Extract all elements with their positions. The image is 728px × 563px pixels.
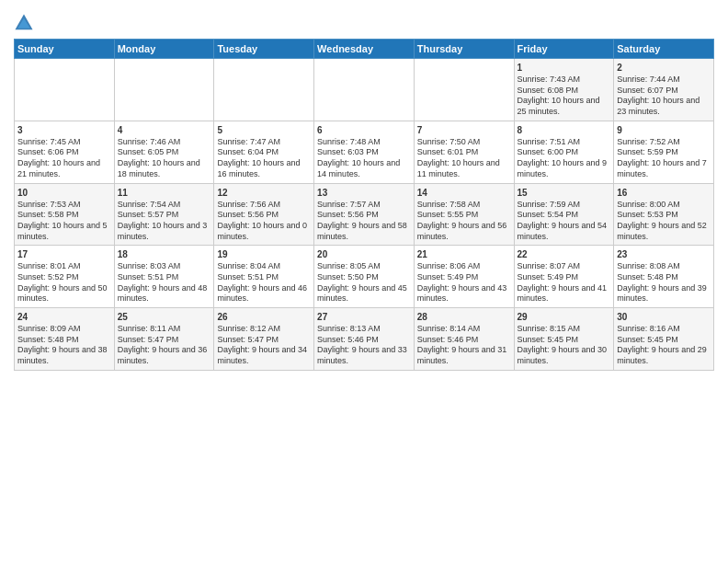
cell-text: Sunrise: 8:16 AM: [617, 324, 711, 335]
cell-text: Daylight: 10 hours and 18 minutes.: [118, 158, 211, 179]
cell-text: Sunset: 6:07 PM: [617, 86, 711, 97]
cell-text: Sunset: 6:06 PM: [17, 147, 111, 158]
calendar-cell: 17Sunrise: 8:01 AMSunset: 5:52 PMDayligh…: [15, 246, 115, 308]
cell-text: Sunrise: 8:13 AM: [317, 324, 411, 335]
page: SundayMondayTuesdayWednesdayThursdayFrid…: [0, 0, 728, 563]
day-header-monday: Monday: [114, 40, 214, 59]
logo: [14, 13, 37, 33]
calendar-cell: 18Sunrise: 8:03 AMSunset: 5:51 PMDayligh…: [114, 246, 214, 308]
day-number: 30: [617, 311, 711, 323]
calendar-cell: 7Sunrise: 7:50 AMSunset: 6:01 PMDaylight…: [414, 121, 514, 183]
cell-text: Sunset: 5:51 PM: [217, 272, 311, 283]
cell-text: Sunset: 6:04 PM: [217, 147, 311, 158]
calendar-row: 10Sunrise: 7:53 AMSunset: 5:58 PMDayligh…: [15, 183, 714, 246]
logo-icon: [14, 13, 34, 33]
calendar-cell: 9Sunrise: 7:52 AMSunset: 5:59 PMDaylight…: [614, 121, 714, 183]
cell-text: Daylight: 9 hours and 48 minutes.: [118, 283, 211, 304]
cell-text: Sunset: 5:59 PM: [617, 147, 711, 158]
cell-text: Sunset: 5:45 PM: [518, 335, 611, 346]
day-number: 11: [118, 187, 211, 199]
day-number: 6: [317, 124, 411, 136]
calendar-row: 24Sunrise: 8:09 AMSunset: 5:48 PMDayligh…: [15, 308, 714, 371]
day-number: 12: [217, 187, 311, 199]
calendar-cell: 27Sunrise: 8:13 AMSunset: 5:46 PMDayligh…: [314, 308, 415, 371]
calendar-table: SundayMondayTuesdayWednesdayThursdayFrid…: [14, 39, 714, 371]
cell-text: Sunrise: 8:05 AM: [317, 261, 411, 272]
cell-text: Daylight: 9 hours and 45 minutes.: [317, 283, 411, 304]
calendar-cell: 20Sunrise: 8:05 AMSunset: 5:50 PMDayligh…: [314, 246, 415, 308]
cell-text: Sunrise: 8:03 AM: [118, 261, 211, 272]
day-header-thursday: Thursday: [414, 40, 514, 59]
calendar-cell: 8Sunrise: 7:51 AMSunset: 6:00 PMDaylight…: [514, 121, 614, 183]
cell-text: Daylight: 9 hours and 52 minutes.: [617, 221, 711, 242]
calendar-cell: 1Sunrise: 7:43 AMSunset: 6:08 PMDaylight…: [514, 59, 614, 121]
day-number: 29: [518, 311, 611, 323]
calendar-cell: 2Sunrise: 7:44 AMSunset: 6:07 PMDaylight…: [614, 59, 714, 121]
calendar-cell: [414, 59, 514, 121]
calendar-cell: 16Sunrise: 8:00 AMSunset: 5:53 PMDayligh…: [614, 183, 714, 246]
calendar-row: 3Sunrise: 7:45 AMSunset: 6:06 PMDaylight…: [15, 121, 714, 183]
cell-text: Sunset: 6:00 PM: [518, 147, 611, 158]
calendar-cell: 11Sunrise: 7:54 AMSunset: 5:57 PMDayligh…: [114, 183, 214, 246]
cell-text: Daylight: 10 hours and 16 minutes.: [217, 158, 311, 179]
cell-text: Daylight: 10 hours and 7 minutes.: [617, 158, 711, 179]
day-number: 10: [17, 187, 111, 199]
cell-text: Daylight: 9 hours and 31 minutes.: [417, 345, 511, 366]
cell-text: Daylight: 9 hours and 58 minutes.: [317, 221, 411, 242]
calendar-cell: 6Sunrise: 7:48 AMSunset: 6:03 PMDaylight…: [314, 121, 415, 183]
day-header-friday: Friday: [514, 40, 614, 59]
day-header-sunday: Sunday: [15, 40, 115, 59]
cell-text: Sunrise: 7:47 AM: [217, 137, 311, 148]
cell-text: Sunrise: 7:53 AM: [17, 200, 111, 211]
cell-text: Sunset: 5:49 PM: [518, 272, 611, 283]
cell-text: Sunset: 5:50 PM: [317, 272, 411, 283]
cell-text: Sunset: 6:08 PM: [518, 86, 611, 97]
calendar-cell: [114, 59, 214, 121]
cell-text: Sunrise: 7:46 AM: [118, 137, 211, 148]
cell-text: Sunset: 5:45 PM: [617, 335, 711, 346]
calendar-row: 17Sunrise: 8:01 AMSunset: 5:52 PMDayligh…: [15, 246, 714, 308]
day-number: 26: [217, 311, 311, 323]
calendar-cell: 5Sunrise: 7:47 AMSunset: 6:04 PMDaylight…: [214, 121, 314, 183]
cell-text: Sunrise: 7:52 AM: [617, 137, 711, 148]
cell-text: Sunset: 5:52 PM: [17, 272, 111, 283]
day-number: 24: [17, 311, 111, 323]
cell-text: Daylight: 10 hours and 25 minutes.: [518, 96, 611, 117]
cell-text: Daylight: 9 hours and 41 minutes.: [518, 283, 611, 304]
day-number: 1: [518, 62, 611, 74]
header: [14, 9, 714, 33]
cell-text: Sunset: 5:47 PM: [118, 335, 211, 346]
day-number: 3: [17, 124, 111, 136]
cell-text: Daylight: 10 hours and 3 minutes.: [118, 221, 211, 242]
cell-text: Daylight: 9 hours and 33 minutes.: [317, 345, 411, 366]
cell-text: Daylight: 10 hours and 14 minutes.: [317, 158, 411, 179]
calendar-cell: 25Sunrise: 8:11 AMSunset: 5:47 PMDayligh…: [114, 308, 214, 371]
cell-text: Sunrise: 7:59 AM: [518, 200, 611, 211]
day-number: 9: [617, 124, 711, 136]
calendar-cell: 28Sunrise: 8:14 AMSunset: 5:46 PMDayligh…: [414, 308, 514, 371]
header-row: SundayMondayTuesdayWednesdayThursdayFrid…: [15, 40, 714, 59]
cell-text: Sunset: 5:58 PM: [17, 210, 111, 221]
cell-text: Sunrise: 8:14 AM: [417, 324, 511, 335]
cell-text: Sunrise: 7:50 AM: [417, 137, 511, 148]
cell-text: Sunset: 5:53 PM: [617, 210, 711, 221]
cell-text: Sunset: 5:46 PM: [317, 335, 411, 346]
cell-text: Sunrise: 8:12 AM: [217, 324, 311, 335]
cell-text: Daylight: 9 hours and 56 minutes.: [417, 221, 511, 242]
cell-text: Sunset: 5:49 PM: [417, 272, 511, 283]
day-number: 2: [617, 62, 711, 74]
calendar-cell: 30Sunrise: 8:16 AMSunset: 5:45 PMDayligh…: [614, 308, 714, 371]
cell-text: Sunrise: 8:15 AM: [518, 324, 611, 335]
cell-text: Sunset: 5:47 PM: [217, 335, 311, 346]
day-number: 28: [417, 311, 511, 323]
cell-text: Sunset: 5:56 PM: [317, 210, 411, 221]
cell-text: Sunset: 5:46 PM: [417, 335, 511, 346]
calendar-cell: 29Sunrise: 8:15 AMSunset: 5:45 PMDayligh…: [514, 308, 614, 371]
calendar-cell: 22Sunrise: 8:07 AMSunset: 5:49 PMDayligh…: [514, 246, 614, 308]
calendar-cell: 15Sunrise: 7:59 AMSunset: 5:54 PMDayligh…: [514, 183, 614, 246]
cell-text: Sunrise: 8:07 AM: [518, 261, 611, 272]
day-number: 17: [17, 248, 111, 260]
cell-text: Daylight: 10 hours and 21 minutes.: [17, 158, 111, 179]
calendar-cell: [314, 59, 415, 121]
calendar-cell: 19Sunrise: 8:04 AMSunset: 5:51 PMDayligh…: [214, 246, 314, 308]
